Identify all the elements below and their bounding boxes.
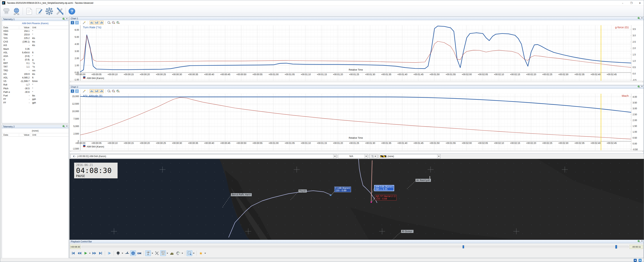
column-data[interactable]: Data (2, 26, 19, 29)
formation-dropdown-button[interactable] (369, 154, 378, 158)
telemetry-row[interactable]: Mach0.35 (2, 47, 68, 51)
tools-wrench-icon[interactable] (55, 7, 64, 16)
status-network-icon[interactable] (634, 259, 637, 262)
close-panel-icon[interactable]: ✕ (66, 18, 68, 20)
chart-count-1-button[interactable]: 1 (70, 21, 74, 24)
timeline-thumb[interactable] (462, 245, 464, 248)
pin-icon[interactable] (638, 86, 640, 88)
pilot-head-icon[interactable] (115, 250, 121, 256)
chevron-down-icon[interactable] (364, 154, 368, 158)
close-panel-icon[interactable]: ✕ (641, 86, 643, 88)
zoom-page-icon[interactable] (107, 89, 111, 93)
aircraft-stand-icon[interactable] (145, 250, 151, 256)
notebook-pencil-icon[interactable] (35, 7, 44, 16)
map-view[interactable]: 2016-06-21 04:08:30 PAUSE Beirut-Rafic H… (70, 159, 644, 240)
aircraft-card-icon[interactable] (160, 250, 166, 256)
column-unit[interactable]: Unit (30, 134, 36, 136)
pin-icon[interactable] (62, 18, 64, 20)
title-bar[interactable]: Tacview-20201029-005816-DCS-s_test_Simpl… (0, 0, 644, 6)
status-app-icon[interactable] (638, 259, 642, 262)
telemetry-row[interactable]: TRK153.8° (2, 33, 68, 36)
telemetry1-header[interactable]: Telemetry 1 ✕ (2, 18, 68, 21)
selected-object-combo[interactable]: (+00:06:02) AIM-54A (Karon) (70, 154, 336, 158)
telemetry-column-headers[interactable]: Data Value Unit (2, 133, 68, 136)
pin-icon[interactable] (638, 17, 640, 19)
fighter-jet-icon[interactable] (124, 250, 130, 256)
fit-width-icon[interactable] (90, 21, 94, 24)
unit-label-f14[interactable]: F-14B (Karon)150 - 0.69 (334, 186, 351, 192)
telemetry-row[interactable]: IAS-kts (2, 44, 68, 47)
step-play-button[interactable] (106, 250, 112, 256)
rewind-button[interactable] (76, 250, 82, 256)
fast-forward-button[interactable] (92, 250, 97, 256)
star-favorites-icon[interactable]: ★ (198, 250, 204, 256)
radar-dish-icon[interactable] (175, 250, 181, 256)
chevron-down-icon[interactable] (333, 154, 336, 158)
timeline-slider[interactable] (82, 246, 628, 248)
pin-icon[interactable] (62, 125, 64, 127)
close-panel-icon[interactable]: ✕ (66, 125, 68, 127)
stand-options-arrow[interactable] (152, 253, 153, 254)
crossed-aircraft-icon[interactable] (154, 250, 160, 256)
telemetry-row[interactable]: GS193.9kts (2, 72, 68, 76)
telemetry-row[interactable]: HDG154.1° (2, 29, 68, 33)
fit-height-icon[interactable] (94, 21, 99, 24)
chart1-header[interactable]: Chart 1 ✕ (70, 17, 644, 20)
unit-label-aim54[interactable]: AIM-54A (Karon)095 ↓ 0.35 (374, 185, 394, 191)
telemetry-row[interactable]: ASL9,454.6ft (2, 51, 68, 54)
event-filter-combo[interactable]: (none) (379, 154, 440, 158)
telemetry-row[interactable]: Pitch-30.5° (2, 87, 68, 90)
telemetry-row[interactable]: FF-gph (2, 101, 68, 104)
chart1-plot[interactable]: +00:00:00+00:00:05+00:00:10+00:00:15+00:… (70, 25, 644, 81)
column-data[interactable]: Data (2, 134, 19, 136)
chart-count-1-button[interactable]: 1 (70, 89, 74, 93)
close-panel-icon[interactable]: ✕ (641, 240, 643, 242)
telemetry-row[interactable]: Fuel-lbs (2, 94, 68, 97)
telemetry-row[interactable]: Path α-30.6° (2, 90, 68, 94)
telemetry-row[interactable]: TRD-nm (2, 69, 68, 72)
zoom-in-icon[interactable]: + (116, 89, 120, 93)
card-options-arrow[interactable] (166, 253, 168, 254)
chart-count-2-button[interactable]: 2 (75, 21, 79, 24)
telemetry-row[interactable]: TAS225.2kts (2, 36, 68, 40)
column-value[interactable]: Value (19, 26, 30, 29)
maximize-button[interactable]: ❐ (627, 0, 636, 6)
play-options-arrow[interactable] (89, 253, 90, 254)
skip-end-button[interactable] (98, 250, 103, 256)
compare-object-combo[interactable]: N/A (338, 154, 368, 158)
chart2-header[interactable]: Chart 2 ✕ (70, 85, 644, 89)
minimize-button[interactable]: – (618, 0, 627, 6)
close-button[interactable]: ✕ (636, 0, 644, 6)
zoom-out-icon[interactable]: − (112, 21, 115, 24)
globe-view-icon[interactable] (130, 250, 136, 256)
chart2-plot[interactable]: +00:00:00+00:00:05+00:00:10+00:00:15+00:… (70, 94, 644, 150)
report-document-icon[interactable] (25, 7, 33, 16)
skip-start-button[interactable] (70, 250, 76, 256)
fit-all-icon[interactable] (100, 89, 104, 93)
view-options-arrow[interactable] (122, 253, 123, 254)
chevron-down-icon[interactable] (437, 154, 440, 158)
selection-options-arrow[interactable] (193, 253, 194, 254)
fit-all-icon[interactable] (100, 21, 104, 24)
help-icon[interactable]: ? (68, 7, 76, 16)
fit-height-icon[interactable] (94, 89, 99, 93)
column-value[interactable]: Value (19, 134, 30, 136)
fit-width-icon[interactable] (90, 89, 94, 93)
telemetry2-header[interactable]: Telemetry 2 ✕ (2, 125, 68, 128)
usb-device-icon[interactable] (2, 7, 11, 16)
pin-icon[interactable] (638, 240, 640, 242)
telemetry-row[interactable]: AGL4,085.2ft (2, 76, 68, 79)
telemetry-row[interactable]: Roll-1.7° (2, 83, 68, 87)
zoom-page-icon[interactable] (107, 21, 111, 24)
network-globe-icon[interactable] (12, 7, 21, 16)
column-unit[interactable]: Unit (30, 26, 36, 29)
telemetry-column-headers[interactable]: Data Value Unit (2, 26, 68, 29)
play-button[interactable] (83, 250, 88, 256)
chart2-scrollbar[interactable]: ‹› (70, 150, 644, 152)
telemetry-row[interactable]: AOA(0.6)° (2, 54, 68, 58)
telemetry-row[interactable]: CAS(196.1)kts (2, 40, 68, 44)
playback-header[interactable]: Playback Control Bar ✕ (70, 240, 644, 243)
tank-icon[interactable] (169, 250, 175, 256)
telemetry-row[interactable]: VS-11,599.7ft/min (2, 80, 68, 83)
wizard-wand-icon[interactable] (82, 89, 86, 93)
